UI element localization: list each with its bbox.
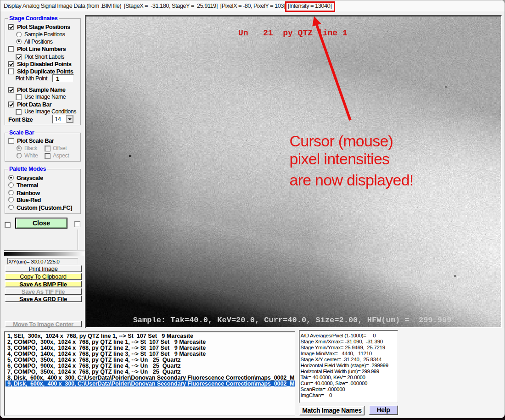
svg-text:Sample: Tak=40.0, KeV=20.0, Cu: Sample: Tak=40.0, KeV=20.0, Curr=40.0, S… (133, 316, 452, 325)
svg-text:Un 21 py QTZ line 1: Un 21 py QTZ line 1 (238, 28, 348, 38)
svg-text:Cursor (mouse): Cursor (mouse) (290, 132, 393, 150)
svg-text:pixel intensities: pixel intensities (290, 150, 390, 168)
svg-text:are now displayed!: are now displayed! (290, 171, 414, 189)
